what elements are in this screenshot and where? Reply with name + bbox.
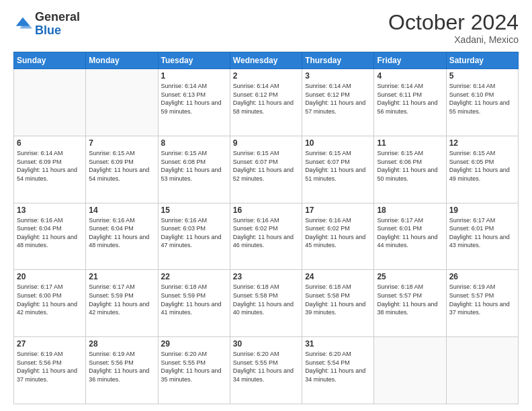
day-number: 7 <box>89 138 154 148</box>
calendar-cell: 10 Sunrise: 6:15 AM Sunset: 6:07 PM Dayl… <box>302 136 374 203</box>
day-number: 27 <box>17 339 83 349</box>
calendar-cell: 8 Sunrise: 6:15 AM Sunset: 6:08 PM Dayli… <box>158 136 230 203</box>
day-info: Sunrise: 6:16 AM Sunset: 6:02 PM Dayligh… <box>233 216 299 250</box>
day-info: Sunrise: 6:20 AM Sunset: 5:55 PM Dayligh… <box>233 350 299 383</box>
day-info: Sunrise: 6:15 AM Sunset: 6:05 PM Dayligh… <box>449 149 515 183</box>
day-info: Sunrise: 6:18 AM Sunset: 5:59 PM Dayligh… <box>161 283 227 316</box>
calendar-table: SundayMondayTuesdayWednesdayThursdayFrid… <box>13 52 519 404</box>
logo: General Blue <box>13 11 80 38</box>
day-info: Sunrise: 6:17 AM Sunset: 6:01 PM Dayligh… <box>377 216 443 250</box>
day-info: Sunrise: 6:17 AM Sunset: 6:01 PM Dayligh… <box>449 216 515 250</box>
day-number: 2 <box>233 71 299 81</box>
day-number: 26 <box>449 272 515 281</box>
calendar-cell: 31 Sunrise: 6:20 AM Sunset: 5:54 PM Dayl… <box>302 337 374 404</box>
day-number: 18 <box>377 205 443 215</box>
day-info: Sunrise: 6:16 AM Sunset: 6:03 PM Dayligh… <box>161 216 227 250</box>
day-number: 1 <box>161 71 227 81</box>
header: General Blue October 2024 Xadani, Mexico <box>13 11 519 45</box>
day-info: Sunrise: 6:18 AM Sunset: 5:58 PM Dayligh… <box>305 283 371 316</box>
calendar-cell: 29 Sunrise: 6:20 AM Sunset: 5:55 PM Dayl… <box>158 337 230 404</box>
page: General Blue October 2024 Xadani, Mexico… <box>0 0 532 411</box>
day-number: 11 <box>377 138 443 148</box>
month-title: October 2024 <box>388 11 519 34</box>
calendar-cell: 16 Sunrise: 6:16 AM Sunset: 6:02 PM Dayl… <box>230 203 302 270</box>
calendar-cell: 15 Sunrise: 6:16 AM Sunset: 6:03 PM Dayl… <box>158 203 230 270</box>
calendar-cell: 9 Sunrise: 6:15 AM Sunset: 6:07 PM Dayli… <box>230 136 302 203</box>
calendar-cell: 26 Sunrise: 6:19 AM Sunset: 5:57 PM Dayl… <box>446 270 518 337</box>
day-info: Sunrise: 6:20 AM Sunset: 5:55 PM Dayligh… <box>161 350 227 383</box>
day-info: Sunrise: 6:15 AM Sunset: 6:07 PM Dayligh… <box>233 149 299 183</box>
logo-blue-text: Blue <box>35 24 61 37</box>
calendar-cell: 5 Sunrise: 6:14 AM Sunset: 6:10 PM Dayli… <box>446 69 518 136</box>
day-number: 16 <box>233 205 299 215</box>
calendar-cell: 2 Sunrise: 6:14 AM Sunset: 6:12 PM Dayli… <box>230 69 302 136</box>
day-info: Sunrise: 6:15 AM Sunset: 6:07 PM Dayligh… <box>305 149 371 183</box>
day-info: Sunrise: 6:14 AM Sunset: 6:12 PM Dayligh… <box>305 82 371 116</box>
day-info: Sunrise: 6:19 AM Sunset: 5:56 PM Dayligh… <box>17 350 83 383</box>
calendar-week-4: 20 Sunrise: 6:17 AM Sunset: 6:00 PM Dayl… <box>14 270 519 337</box>
day-number: 5 <box>449 71 515 81</box>
day-info: Sunrise: 6:18 AM Sunset: 5:57 PM Dayligh… <box>377 283 443 316</box>
day-info: Sunrise: 6:20 AM Sunset: 5:54 PM Dayligh… <box>305 350 371 383</box>
calendar-header-friday: Friday <box>374 52 446 69</box>
calendar-week-3: 13 Sunrise: 6:16 AM Sunset: 6:04 PM Dayl… <box>14 203 519 270</box>
day-info: Sunrise: 6:18 AM Sunset: 5:58 PM Dayligh… <box>233 283 299 316</box>
day-info: Sunrise: 6:17 AM Sunset: 5:59 PM Dayligh… <box>89 283 154 316</box>
day-number: 28 <box>89 339 154 349</box>
day-info: Sunrise: 6:17 AM Sunset: 6:00 PM Dayligh… <box>17 283 83 316</box>
calendar-cell: 22 Sunrise: 6:18 AM Sunset: 5:59 PM Dayl… <box>158 270 230 337</box>
calendar-header-wednesday: Wednesday <box>230 52 302 69</box>
day-number: 25 <box>377 272 443 281</box>
calendar-header-sunday: Sunday <box>14 52 86 69</box>
day-info: Sunrise: 6:14 AM Sunset: 6:11 PM Dayligh… <box>377 82 443 116</box>
day-number: 13 <box>17 205 83 215</box>
day-number: 29 <box>161 339 227 349</box>
day-number: 22 <box>161 272 227 281</box>
day-number: 30 <box>233 339 299 349</box>
calendar-header-thursday: Thursday <box>302 52 374 69</box>
day-number: 4 <box>377 71 443 81</box>
day-number: 9 <box>233 138 299 148</box>
day-number: 24 <box>305 272 371 281</box>
day-number: 31 <box>305 339 371 349</box>
calendar-cell: 20 Sunrise: 6:17 AM Sunset: 6:00 PM Dayl… <box>14 270 86 337</box>
calendar-header-row: SundayMondayTuesdayWednesdayThursdayFrid… <box>14 52 519 69</box>
logo-text: General Blue <box>35 11 80 38</box>
day-info: Sunrise: 6:15 AM Sunset: 6:06 PM Dayligh… <box>377 149 443 183</box>
day-info: Sunrise: 6:19 AM Sunset: 5:57 PM Dayligh… <box>449 283 515 316</box>
day-info: Sunrise: 6:15 AM Sunset: 6:08 PM Dayligh… <box>161 149 227 183</box>
day-number: 12 <box>449 138 515 148</box>
calendar-cell: 24 Sunrise: 6:18 AM Sunset: 5:58 PM Dayl… <box>302 270 374 337</box>
logo-general-text: General <box>35 10 80 24</box>
day-info: Sunrise: 6:16 AM Sunset: 6:02 PM Dayligh… <box>305 216 371 250</box>
calendar-cell: 14 Sunrise: 6:16 AM Sunset: 6:04 PM Dayl… <box>86 203 158 270</box>
title-area: October 2024 Xadani, Mexico <box>388 11 519 45</box>
day-number: 23 <box>233 272 299 281</box>
calendar-cell: 21 Sunrise: 6:17 AM Sunset: 5:59 PM Dayl… <box>86 270 158 337</box>
day-number: 8 <box>161 138 227 148</box>
day-info: Sunrise: 6:16 AM Sunset: 6:04 PM Dayligh… <box>17 216 83 250</box>
day-number: 21 <box>89 272 154 281</box>
calendar-cell <box>446 337 518 404</box>
calendar-cell: 7 Sunrise: 6:15 AM Sunset: 6:09 PM Dayli… <box>86 136 158 203</box>
calendar-cell: 28 Sunrise: 6:19 AM Sunset: 5:56 PM Dayl… <box>86 337 158 404</box>
calendar-cell: 4 Sunrise: 6:14 AM Sunset: 6:11 PM Dayli… <box>374 69 446 136</box>
calendar-header-tuesday: Tuesday <box>158 52 230 69</box>
calendar-cell: 19 Sunrise: 6:17 AM Sunset: 6:01 PM Dayl… <box>446 203 518 270</box>
day-number: 10 <box>305 138 371 148</box>
calendar-cell: 25 Sunrise: 6:18 AM Sunset: 5:57 PM Dayl… <box>374 270 446 337</box>
calendar-cell: 6 Sunrise: 6:14 AM Sunset: 6:09 PM Dayli… <box>14 136 86 203</box>
day-number: 6 <box>17 138 83 148</box>
day-number: 14 <box>89 205 154 215</box>
calendar-cell: 18 Sunrise: 6:17 AM Sunset: 6:01 PM Dayl… <box>374 203 446 270</box>
day-number: 17 <box>305 205 371 215</box>
logo-icon <box>13 15 32 34</box>
calendar-cell: 23 Sunrise: 6:18 AM Sunset: 5:58 PM Dayl… <box>230 270 302 337</box>
calendar-cell: 27 Sunrise: 6:19 AM Sunset: 5:56 PM Dayl… <box>14 337 86 404</box>
calendar-cell: 3 Sunrise: 6:14 AM Sunset: 6:12 PM Dayli… <box>302 69 374 136</box>
day-number: 19 <box>449 205 515 215</box>
day-info: Sunrise: 6:14 AM Sunset: 6:10 PM Dayligh… <box>449 82 515 116</box>
calendar-cell: 12 Sunrise: 6:15 AM Sunset: 6:05 PM Dayl… <box>446 136 518 203</box>
day-info: Sunrise: 6:15 AM Sunset: 6:09 PM Dayligh… <box>89 149 154 183</box>
calendar-week-2: 6 Sunrise: 6:14 AM Sunset: 6:09 PM Dayli… <box>14 136 519 203</box>
